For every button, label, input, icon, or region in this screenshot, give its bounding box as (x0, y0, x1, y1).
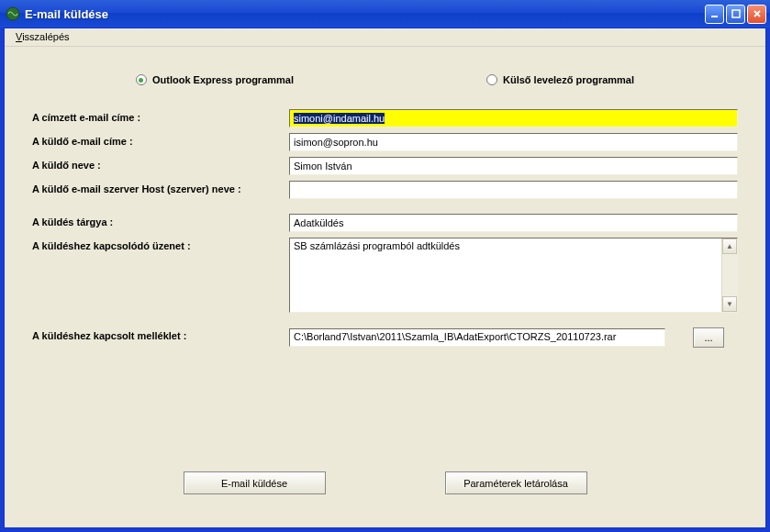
radio-outlook[interactable]: Outlook Express programmal (136, 74, 294, 85)
minimize-button[interactable] (705, 5, 724, 24)
row-sender-name: A küldő neve : Simon István (32, 157, 738, 175)
radio-external[interactable]: Külső levelező programmal (486, 74, 634, 85)
row-subject: A küldés tárgya : Adatküldés (32, 214, 738, 232)
window: E-mail küldése Visszalépés Outlook Expre… (0, 0, 770, 532)
row-attachment: A küldéshez kapcsolt melléklet : C:\Borl… (32, 327, 738, 348)
sender-name-input[interactable]: Simon István (289, 157, 738, 175)
maximize-button[interactable] (726, 5, 745, 24)
scrollbar[interactable]: ▲ ▼ (721, 238, 737, 312)
client-area: Visszalépés Outlook Express programmal K… (4, 28, 766, 528)
message-text: SB számlázási programból adtküldés (290, 238, 721, 312)
row-sender-email: A küldő e-mail címe : isimon@sopron.hu (32, 133, 738, 151)
radio-dot-icon (486, 74, 497, 85)
label-attachment: A küldéshez kapcsolt melléklet : (32, 327, 289, 341)
app-icon (6, 6, 20, 21)
message-textarea[interactable]: SB számlázási programból adtküldés ▲ ▼ (289, 238, 738, 313)
browse-button[interactable]: ... (693, 327, 724, 348)
attachment-controls: C:\Borland7\Istvan\2011\Szamla_IB\AdatEx… (289, 327, 724, 348)
svg-rect-2 (732, 10, 740, 17)
attachment-input[interactable]: C:\Borland7\Istvan\2011\Szamla_IB\AdatEx… (289, 328, 665, 347)
label-sender-name: A küldő neve : (32, 157, 289, 171)
smtp-host-input[interactable] (289, 181, 738, 199)
content: Outlook Express programmal Külső levelez… (5, 47, 765, 527)
label-smtp-host: A küldő e-mail szerver Host (szerver) ne… (32, 181, 289, 194)
radio-external-label: Külső levelező programmal (503, 74, 634, 85)
label-subject: A küldés tárgya : (32, 214, 289, 227)
scroll-up-button[interactable]: ▲ (722, 238, 737, 254)
send-email-button[interactable]: E-mail küldése (184, 471, 326, 494)
titlebar-buttons (705, 5, 766, 24)
sender-email-input[interactable]: isimon@sopron.hu (289, 133, 738, 151)
titlebar: E-mail küldése (0, 0, 770, 28)
row-recipient: A címzett e-mail címe : simoni@indamail.… (32, 109, 738, 127)
mail-program-radio-group: Outlook Express programmal Külső levelez… (32, 74, 738, 85)
menu-back[interactable]: Visszalépés (10, 30, 75, 43)
scroll-down-button[interactable]: ▼ (722, 296, 737, 312)
radio-dot-icon (136, 74, 147, 85)
label-recipient: A címzett e-mail címe : (32, 109, 289, 123)
svg-rect-1 (711, 16, 718, 17)
radio-outlook-label: Outlook Express programmal (152, 74, 294, 85)
close-button[interactable] (747, 5, 766, 24)
label-sender-email: A küldő e-mail címe : (32, 133, 289, 147)
window-title: E-mail küldése (25, 7, 705, 21)
bottom-button-row: E-mail küldése Paraméterek letárolása (5, 471, 765, 494)
row-smtp-host: A küldő e-mail szerver Host (szerver) ne… (32, 181, 738, 199)
row-message: A küldéshez kapcsolódó üzenet : SB száml… (32, 238, 738, 313)
subject-input[interactable]: Adatküldés (289, 214, 738, 232)
save-params-button[interactable]: Paraméterek letárolása (445, 471, 587, 494)
menubar: Visszalépés (5, 28, 765, 47)
label-message: A küldéshez kapcsolódó üzenet : (32, 238, 289, 251)
recipient-input[interactable]: simoni@indamail.hu (289, 109, 738, 127)
